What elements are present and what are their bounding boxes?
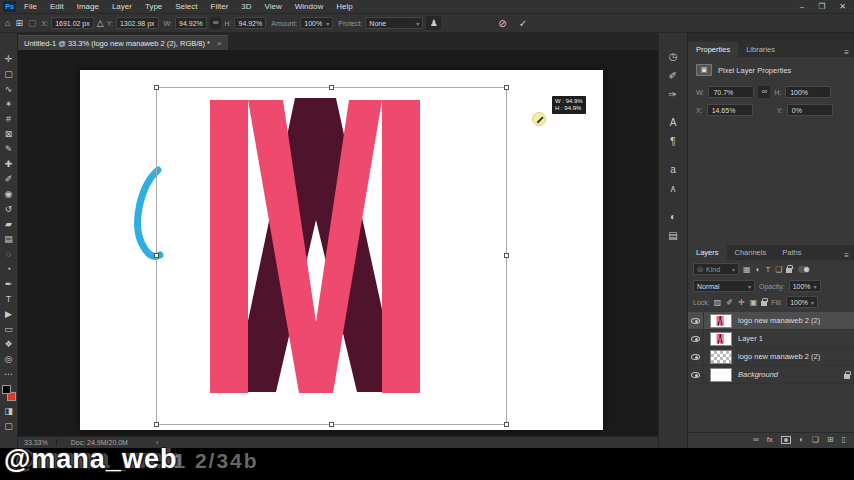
glyphs-panel-icon[interactable]: a <box>662 160 684 179</box>
menu-help[interactable]: Help <box>336 2 352 11</box>
move-tool[interactable]: ✛ <box>1 51 17 66</box>
filter-type-layers-icon[interactable]: T <box>765 265 770 274</box>
history-panel-icon[interactable]: ◷ <box>662 47 684 66</box>
layer-mask-icon[interactable] <box>781 436 791 444</box>
prop-width-field[interactable]: 70.7% <box>708 86 754 98</box>
pen-tool[interactable]: ✒ <box>1 276 17 291</box>
quick-selection-tool[interactable]: ✶ <box>1 96 17 111</box>
layer-thumbnail[interactable] <box>710 350 732 364</box>
panel-menu-icon[interactable]: ≡ <box>844 251 849 260</box>
transform-handle[interactable] <box>154 85 159 90</box>
rectangular-marquee-tool[interactable]: ▢ <box>1 66 17 81</box>
gradient-tool[interactable]: ▤ <box>1 231 17 246</box>
character-panel-icon[interactable]: A <box>662 113 684 132</box>
menu-3d[interactable]: 3D <box>241 2 251 11</box>
layer-thumbnail[interactable] <box>710 314 732 328</box>
shape-tool[interactable]: ▭ <box>1 321 17 336</box>
prop-y-field[interactable]: 0% <box>787 104 833 116</box>
layer-row[interactable]: logo new manaweb 2 (2) <box>688 348 854 366</box>
tab-properties[interactable]: Properties <box>688 42 738 57</box>
opacity-field[interactable]: 100% ▾ <box>789 280 821 292</box>
close-button[interactable]: ✕ <box>839 2 846 11</box>
fill-field[interactable]: 100% ▾ <box>786 296 818 308</box>
tool-presets-panel-icon[interactable]: ✑ <box>662 85 684 104</box>
foreground-color-swatch[interactable] <box>2 385 11 394</box>
new-layer-icon[interactable]: ⊞ <box>827 435 834 444</box>
transform-handle[interactable] <box>504 253 509 258</box>
layer-effects-icon[interactable]: fx <box>767 435 773 444</box>
layer-name[interactable]: Background <box>738 370 844 379</box>
layer-row[interactable]: Layer 1 <box>688 330 854 348</box>
cancel-transform-button[interactable]: ⊘ <box>498 18 506 29</box>
filter-toggle-switch[interactable] <box>798 266 810 273</box>
lasso-tool[interactable]: ∿ <box>1 81 17 96</box>
type-tool[interactable]: T <box>1 291 17 306</box>
restore-button[interactable]: ❐ <box>818 2 825 11</box>
lock-all-icon[interactable] <box>761 301 767 306</box>
menu-layer[interactable]: Layer <box>112 2 132 11</box>
frame-tool[interactable]: ⊠ <box>1 126 17 141</box>
document-tab[interactable]: Untitled-1 @ 33.3% (logo new manaweb 2 (… <box>18 35 228 50</box>
filter-locked-layers-icon[interactable] <box>786 268 792 273</box>
layer-visibility-eye-icon[interactable] <box>691 372 700 378</box>
path-selection-tool[interactable]: ▶ <box>1 306 17 321</box>
edit-toolbar[interactable]: ⋯ <box>1 366 17 381</box>
brush-settings-panel-icon[interactable]: ✐ <box>662 66 684 85</box>
x-position-field[interactable]: 1691.02 px <box>51 17 94 29</box>
commit-transform-button[interactable]: ✓ <box>519 18 527 29</box>
close-tab-icon[interactable]: × <box>217 39 222 48</box>
toggle-reference-checkbox[interactable]: ▢ <box>28 18 37 28</box>
delete-layer-icon[interactable]: ▯ <box>842 435 846 444</box>
screen-mode-icon[interactable]: ▢ <box>1 418 17 433</box>
history-brush-tool[interactable]: ↺ <box>1 201 17 216</box>
relative-position-icon[interactable]: △ <box>97 18 104 28</box>
menu-select[interactable]: Select <box>175 2 197 11</box>
amount-dropdown[interactable]: 100%▾ <box>300 17 333 29</box>
maintain-aspect-ratio-icon[interactable]: ∞ <box>210 17 222 29</box>
layer-group-icon[interactable]: ❏ <box>812 435 819 444</box>
menu-type[interactable]: Type <box>145 2 162 11</box>
transform-handle[interactable] <box>504 85 509 90</box>
adjustment-layer-icon[interactable]: ◐ <box>799 435 804 444</box>
dodge-tool[interactable]: ◔ <box>1 261 17 276</box>
layer-row[interactable]: logo new manaweb 2 (2) <box>688 312 854 330</box>
protect-dropdown[interactable]: None▾ <box>365 17 423 29</box>
hand-tool[interactable]: ❖ <box>1 336 17 351</box>
tab-libraries[interactable]: Libraries <box>738 42 783 57</box>
character-styles-panel-icon[interactable]: ᴀ <box>662 179 684 198</box>
layer-name[interactable]: Layer 1 <box>738 334 850 343</box>
zoom-tool[interactable]: ◎ <box>1 351 17 366</box>
lock-position-icon[interactable]: ✛ <box>738 298 745 307</box>
tab-channels[interactable]: Channels <box>727 245 775 260</box>
healing-brush-tool[interactable]: ✚ <box>1 156 17 171</box>
lock-pixels-icon[interactable]: ✐ <box>726 298 733 307</box>
menu-edit[interactable]: Edit <box>50 2 64 11</box>
filter-adjustment-layers-icon[interactable]: ◐ <box>756 265 761 274</box>
eyedropper-tool[interactable]: ✎ <box>1 141 17 156</box>
document-canvas[interactable]: W : 94.9% H : 94.9% <box>80 70 603 430</box>
menu-view[interactable]: View <box>265 2 282 11</box>
clone-stamp-tool[interactable]: ◉ <box>1 186 17 201</box>
layer-thumbnail[interactable] <box>710 332 732 346</box>
link-layers-icon[interactable]: ∞ <box>753 435 759 444</box>
tab-layers[interactable]: Layers <box>688 245 727 260</box>
layer-visibility-eye-icon[interactable] <box>691 336 700 342</box>
transform-handle[interactable] <box>504 422 509 427</box>
layer-thumbnail[interactable] <box>710 368 732 382</box>
tab-paths[interactable]: Paths <box>774 245 809 260</box>
lock-artboard-icon[interactable]: ▣ <box>750 298 758 307</box>
transform-handle[interactable] <box>154 253 159 258</box>
info-panel-icon[interactable]: ▤ <box>662 226 684 245</box>
reference-point-icon[interactable]: ⊞ <box>15 18 23 28</box>
menu-image[interactable]: Image <box>77 2 99 11</box>
layer-visibility-eye-icon[interactable] <box>691 354 700 360</box>
eraser-tool[interactable]: ▰ <box>1 216 17 231</box>
adjustments-panel-icon[interactable]: ◐ <box>662 207 684 226</box>
home-icon[interactable]: ⌂ <box>5 18 10 28</box>
canvas-area[interactable]: W : 94.9% H : 94.9% <box>18 50 658 436</box>
color-swatches[interactable] <box>1 385 17 403</box>
filter-pixel-layers-icon[interactable]: ▦ <box>743 265 751 274</box>
width-field[interactable]: 94.92% <box>175 17 207 29</box>
y-position-field[interactable]: 1302.98 px <box>116 17 159 29</box>
protect-skin-tones-icon[interactable]: ♟ <box>426 16 441 30</box>
